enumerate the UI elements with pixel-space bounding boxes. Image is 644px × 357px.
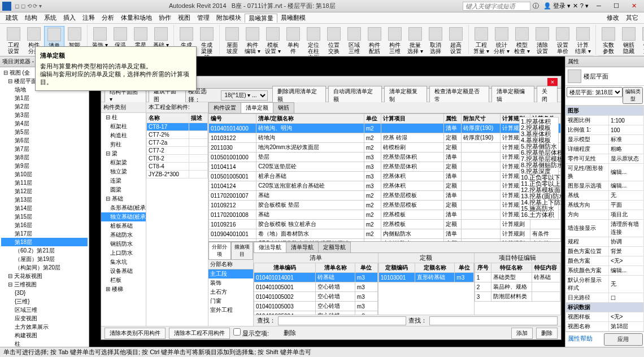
category-node[interactable]: 剪柱 — [101, 140, 146, 149]
category-node[interactable]: 条形基础(桩承台) — [101, 203, 146, 212]
maximize-button[interactable]: ☐ — [608, 2, 624, 10]
category-node[interactable]: 框架柱 — [101, 122, 146, 131]
tree-node[interactable]: 第9层 — [1, 162, 88, 170]
category-node[interactable]: ⊟ 梁 — [101, 149, 146, 158]
ribbon-tab[interactable]: 视图 — [175, 14, 194, 22]
quota-table[interactable]: 编号清单/定额名称单位计算项目属性附加尺寸计算规则计算条件01040101400… — [208, 114, 561, 241]
component-row[interactable]: CT8-4 — [147, 163, 208, 171]
tree-node[interactable]: ⊟ 天花板视图 — [1, 272, 88, 280]
del-button[interactable]: 删除 — [536, 328, 558, 339]
ribbon-button[interactable]: 钢筋隐藏 — [619, 26, 639, 55]
property-row[interactable]: 详细程度粗略 — [566, 145, 644, 154]
list-code-table[interactable]: 清单 清单编码清单名称单位010401014001砖基础m30104010050… — [254, 253, 378, 315]
tree-node[interactable]: 第13层 — [1, 195, 88, 204]
ribbon-button[interactable]: 统计分析 ▾ — [491, 26, 512, 55]
property-row[interactable]: 可见性/图形替换编辑... — [566, 164, 644, 181]
feature-row[interactable]: 3防潮层材料类 — [475, 292, 560, 302]
ribbon-button[interactable]: 设置单价 — [552, 26, 573, 55]
ribbon-tab[interactable]: 附加模块 — [213, 14, 245, 22]
category-node[interactable]: ⊞ 楼梯 — [101, 285, 146, 294]
quota-row[interactable]: 10104124C20泵送泡室桩承台基础砼m3挖基体积定额计算规则 — [209, 181, 561, 191]
ribbon-button[interactable]: 构件三维 — [385, 26, 405, 56]
section-item[interactable]: 土石方 — [208, 288, 253, 297]
calc-items-list[interactable]: 1.挖基体积2.挖基模板3.基座体积4.基座模板5.挖基侧防水6.挖基垫层体积7… — [519, 117, 559, 220]
section-tab-0[interactable]: 分部分项 — [208, 242, 231, 260]
component-row[interactable]: JYZB-2*300 — [147, 171, 208, 178]
feature-edit-table[interactable]: 项目特征编辑 序号特征名称特征内容1基础类型砖基础2装品种、规格3防潮层材料类 — [475, 253, 561, 315]
minimize-button[interactable]: ─ — [591, 2, 607, 9]
prop-section-header[interactable]: 标识数据 — [566, 303, 644, 312]
component-row[interactable]: CT7-2a — [147, 139, 208, 147]
tree-node[interactable]: 第1层 — [1, 94, 88, 102]
property-row[interactable]: 系统颜色方案编辑... — [566, 266, 644, 276]
component-row[interactable]: CT8-17 — [147, 123, 208, 131]
tree-node[interactable]: 第7层 — [1, 145, 88, 153]
ribbon-button[interactable]: 定位在柱内框 — [303, 26, 324, 56]
app-icon[interactable] — [2, 2, 11, 11]
feature-row[interactable]: 1基础类型砖基础 — [475, 273, 560, 282]
ribbon-button[interactable]: 位置交换 — [324, 26, 344, 56]
ribbon-tab[interactable]: 晨曦翻模 — [277, 14, 309, 22]
ribbon-tab[interactable]: 晨曦算量 — [245, 14, 277, 23]
search-input-2[interactable] — [429, 316, 558, 325]
component-row[interactable]: CT8-2 — [147, 155, 208, 163]
category-node[interactable]: 独立基础(桩承台 — [101, 212, 146, 221]
category-node[interactable]: 圆梁 — [101, 185, 146, 194]
tree-node[interactable]: 第8层 — [1, 153, 88, 162]
property-row[interactable]: 日光路径☐ — [566, 293, 644, 303]
nav-tab[interactable]: 清单导航 — [286, 242, 319, 252]
quota-row[interactable]: 10109212胶合板模板 垫层m2挖基垫层模板定额计算规则 — [209, 201, 561, 210]
tree-node[interactable]: 区域三维 — [1, 306, 88, 314]
close-button[interactable]: ✕ — [626, 2, 642, 10]
help-icon[interactable]: ? ▾ — [580, 2, 589, 10]
quota-row[interactable]: 010401014000砖地沟、明沟m2清单砖厚度(190)计算规则 — [209, 124, 561, 133]
tree-node[interactable]: {3D} — [1, 289, 88, 297]
type-selector[interactable]: 楼层平面 — [565, 67, 644, 86]
prop-section-header[interactable]: 图形 — [566, 106, 644, 116]
show-empty-check[interactable]: 显示空项: — [233, 328, 269, 338]
ribbon-button[interactable]: 工程算量 ▾ — [471, 26, 491, 55]
property-row[interactable]: 规程协调 — [566, 237, 644, 247]
add-button[interactable]: 添加 — [511, 328, 533, 339]
ribbon-button[interactable]: 工程设置 — [3, 26, 24, 56]
category-node[interactable]: 连梁 — [101, 176, 146, 185]
ribbon-button[interactable]: 实数参数 — [598, 26, 619, 55]
ribbon-button[interactable]: 模型检查 ▾ — [512, 26, 532, 55]
property-row[interactable]: 基线方向平面 — [566, 201, 644, 210]
tree-node[interactable]: 第16层 — [1, 221, 88, 229]
ribbon-tab[interactable]: 协作 — [155, 14, 175, 22]
tree-node[interactable]: 第6层 — [1, 136, 88, 145]
nav-tab[interactable]: 做法导航 — [254, 242, 286, 252]
instance-select[interactable]: 楼层平面: 第18层 — [567, 87, 623, 97]
tree-node[interactable]: （屋面）第19层 — [1, 255, 88, 263]
property-row[interactable]: 零件可见性显示原状态 — [566, 154, 644, 164]
tree-node[interactable]: 构建视图 — [1, 331, 88, 339]
tree-node[interactable]: 第5层 — [1, 128, 88, 136]
tree-node[interactable]: 柱 — [1, 339, 88, 347]
ribbon-button[interactable]: 批量选择 ▾ — [405, 26, 425, 56]
category-node[interactable]: 构造柱 — [101, 131, 146, 140]
tree-node[interactable]: 第12层 — [1, 187, 88, 195]
ribbon-button[interactable]: 钢筋重算 — [639, 26, 644, 55]
ribbon-tab[interactable]: 建筑 — [2, 14, 21, 22]
ribbon-button[interactable]: 构件编辑 ▾ — [242, 26, 263, 56]
ribbon-tab[interactable]: 注释 — [79, 14, 98, 22]
category-node[interactable]: ⊟ 基础 — [101, 194, 146, 203]
tree-node[interactable]: 第10层 — [1, 170, 88, 178]
tree-node[interactable]: 第2层 — [1, 102, 88, 111]
quota-row[interactable]: 011702001007基础m2挖基垫层模板清单计算规则 — [209, 191, 561, 201]
ribbon-tab[interactable]: 体量和场地 — [118, 14, 155, 22]
property-row[interactable]: 默认分析显示样式无 — [566, 276, 644, 293]
tree-node[interactable]: 土方效果展示 — [1, 323, 88, 331]
ribbon-button[interactable]: 模板设置 ▾ — [263, 26, 283, 56]
ribbon-button[interactable]: 生成梁腰筋 — [197, 26, 217, 56]
ribbon-tab[interactable]: 系统 — [41, 14, 60, 22]
category-node[interactable]: 框架梁 — [101, 158, 146, 167]
category-node[interactable]: 桩板基础 — [101, 221, 146, 230]
property-row[interactable]: 颜色方案位置背景 — [566, 247, 644, 256]
ribbon-button[interactable]: 单构件 — [283, 26, 303, 56]
tree-node[interactable]: （构架间）第20层 — [1, 263, 88, 272]
ribbon-button[interactable]: 取消选择 — [425, 26, 446, 56]
tree-node[interactable]: 第14层 — [1, 204, 88, 212]
category-node[interactable]: 栏板 — [101, 276, 146, 285]
